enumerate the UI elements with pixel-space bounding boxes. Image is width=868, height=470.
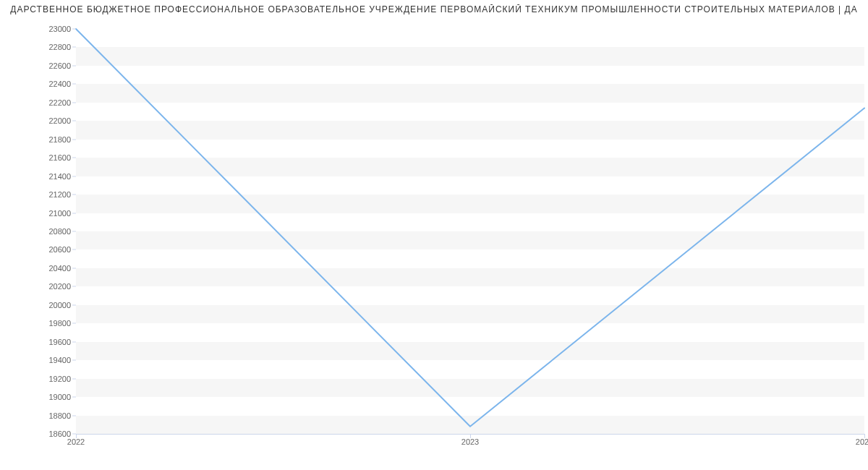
y-tick-label: 22400 xyxy=(6,80,71,88)
x-tick-mark xyxy=(864,434,865,438)
y-tick-mark xyxy=(72,304,76,305)
y-tick-mark xyxy=(72,323,76,324)
y-tick-label: 21800 xyxy=(6,135,71,144)
y-tick-label: 20600 xyxy=(6,245,71,254)
y-tick-mark xyxy=(72,195,76,195)
y-tick-mark xyxy=(72,378,76,379)
y-tick-mark xyxy=(72,139,76,140)
y-tick-label: 18600 xyxy=(6,430,71,438)
y-tick-label: 18800 xyxy=(6,411,71,420)
y-tick-mark xyxy=(72,286,76,287)
y-tick-label: 19200 xyxy=(6,375,71,383)
y-tick-mark xyxy=(72,397,76,398)
y-tick-label: 21000 xyxy=(6,209,71,218)
x-tick-mark xyxy=(470,434,471,438)
y-tick-mark xyxy=(72,84,76,85)
y-tick-mark xyxy=(72,47,76,48)
y-tick-label: 20800 xyxy=(6,227,71,236)
x-tick-label: 2022 xyxy=(67,437,85,446)
y-tick-mark xyxy=(72,121,76,121)
y-tick-label: 22600 xyxy=(6,61,71,70)
chart-title: ДАРСТВЕННОЕ БЮДЖЕТНОЕ ПРОФЕССИОНАЛЬНОЕ О… xyxy=(0,4,868,14)
x-tick-mark xyxy=(76,434,77,438)
y-tick-mark xyxy=(72,268,76,268)
y-tick-mark xyxy=(72,65,76,66)
y-tick-label: 21200 xyxy=(6,190,71,199)
plot-area xyxy=(76,29,864,434)
y-tick-mark xyxy=(72,360,76,361)
y-tick-label: 19800 xyxy=(6,319,71,328)
y-tick-mark xyxy=(72,341,76,342)
y-tick-mark xyxy=(72,158,76,158)
y-tick-label: 21400 xyxy=(6,172,71,181)
y-tick-mark xyxy=(72,176,76,176)
y-tick-label: 19600 xyxy=(6,338,71,346)
y-tick-label: 19000 xyxy=(6,393,71,401)
x-tick-label: 2024 xyxy=(856,437,868,446)
y-tick-mark xyxy=(72,29,76,30)
y-tick-mark xyxy=(72,415,76,416)
y-tick-mark xyxy=(72,249,76,250)
y-tick-mark xyxy=(72,231,76,232)
y-tick-label: 22800 xyxy=(6,43,71,51)
y-tick-label: 20400 xyxy=(6,264,71,273)
y-tick-label: 20000 xyxy=(6,301,71,309)
y-tick-mark xyxy=(72,102,76,103)
y-tick-label: 23000 xyxy=(6,25,71,33)
y-tick-label: 22000 xyxy=(6,116,71,125)
line-series xyxy=(76,29,864,434)
x-tick-label: 2023 xyxy=(461,437,479,446)
y-tick-label: 21600 xyxy=(6,153,71,162)
y-tick-mark xyxy=(72,213,76,213)
y-tick-label: 19400 xyxy=(6,356,71,364)
y-tick-label: 22200 xyxy=(6,98,71,107)
y-tick-label: 20200 xyxy=(6,282,71,291)
